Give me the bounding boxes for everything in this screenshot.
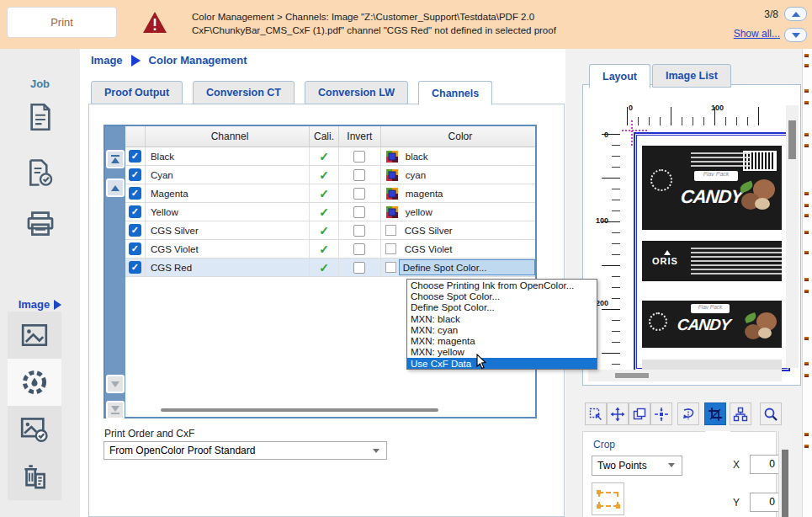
tab-image-list[interactable]: Image List: [652, 64, 731, 88]
channel-row[interactable]: ✓Magenta✓magenta: [125, 184, 535, 203]
color-name: cyan: [404, 170, 426, 180]
channel-name: Cyan: [146, 166, 310, 184]
chevron-down-icon: [373, 449, 379, 453]
crop-icon[interactable]: [704, 402, 726, 425]
move-row-to-top-button[interactable]: [106, 150, 125, 168]
tab-conversion-lw[interactable]: Conversion LW: [305, 81, 408, 104]
proof-page[interactable]: Flav Pack CANDY ORIS Flav Pack CANDY: [634, 132, 790, 371]
warning-marker-strip[interactable]: [802, 49, 812, 517]
channel-name: CGS Silver: [146, 221, 310, 239]
calibration-status-icon: ✓: [310, 184, 339, 202]
color-name: yellow: [404, 207, 433, 217]
color-name: CGS Silver: [403, 226, 453, 236]
show-all-link[interactable]: Show all...: [734, 28, 780, 40]
invert-checkbox[interactable]: [339, 203, 381, 221]
color-source-combobox[interactable]: Define Spot Color...: [399, 259, 535, 275]
channel-row[interactable]: ✓CGS Red✓Define Spot Color...: [125, 258, 535, 277]
channel-row[interactable]: ✓Cyan✓cyan: [125, 166, 535, 184]
crop-mark: [622, 130, 647, 131]
menu-item-choose-spot-color[interactable]: Choose Spot Color...: [407, 290, 597, 301]
channel-name: Yellow: [146, 203, 310, 221]
channel-enabled-checkbox[interactable]: ✓: [125, 147, 146, 165]
menu-item-mxn-yellow[interactable]: MXN: yellow: [407, 347, 597, 358]
tab-conversion-ct[interactable]: Conversion CT: [193, 81, 295, 104]
calibration-status-icon: ✓: [310, 240, 339, 258]
color-cell[interactable]: CGS Violet: [381, 240, 535, 258]
invert-checkbox[interactable]: [339, 221, 381, 239]
job-verify-icon[interactable]: [0, 158, 80, 187]
next-warning-button[interactable]: [784, 28, 807, 42]
pan-icon[interactable]: [607, 402, 629, 425]
application-window: Print Color Management > Channels: Image…: [0, 0, 812, 517]
move-row-down-button[interactable]: [106, 375, 125, 393]
color-cell[interactable]: CGS Silver: [381, 221, 535, 239]
crop-mode-select[interactable]: Two Points: [592, 456, 682, 476]
menu-item-use-cxf-data[interactable]: Use CxF Data: [407, 358, 597, 369]
tab-layout[interactable]: Layout: [589, 64, 650, 88]
print-button[interactable]: Print: [7, 7, 117, 38]
channel-enabled-checkbox[interactable]: ✓: [125, 203, 146, 221]
image-icon[interactable]: [8, 312, 61, 359]
menu-item-mxn-black[interactable]: MXN: black: [407, 313, 597, 324]
channel-enabled-checkbox[interactable]: ✓: [125, 221, 146, 239]
chevron-down-icon: [668, 463, 675, 467]
channel-enabled-checkbox[interactable]: ✓: [125, 258, 146, 276]
table-horizontal-scrollbar[interactable]: [161, 408, 438, 412]
channel-row[interactable]: ✓Black✓black: [125, 147, 535, 166]
fit-selection-icon[interactable]: [585, 402, 607, 425]
preview-vertical-scrollbar[interactable]: [786, 105, 799, 368]
print-job-icon[interactable]: [0, 211, 80, 237]
mirror-icon[interactable]: [677, 402, 699, 425]
move-row-up-button[interactable]: [106, 179, 125, 197]
crop-x-input[interactable]: 0: [750, 455, 780, 474]
color-cell[interactable]: magenta: [381, 184, 535, 202]
previous-warning-button[interactable]: [784, 7, 807, 21]
tree-view-icon[interactable]: [730, 402, 751, 425]
crop-y-label: Y: [733, 497, 740, 509]
section-arrow-icon: [54, 300, 61, 310]
process-color-swatch: [385, 168, 399, 182]
channel-row[interactable]: ✓Yellow✓yellow: [125, 203, 535, 221]
invert-checkbox[interactable]: [339, 184, 381, 202]
zoom-icon[interactable]: [760, 402, 782, 425]
header-invert: Invert: [339, 126, 381, 147]
menu-item-mxn-magenta[interactable]: MXN: magenta: [407, 335, 597, 346]
tab-channels[interactable]: Channels: [418, 81, 492, 105]
delete-image-icon[interactable]: [8, 453, 61, 500]
color-cell[interactable]: cyan: [381, 166, 535, 184]
image-verify-icon[interactable]: [8, 406, 61, 453]
crop-panel: Crop Two Points X 0 Y 0: [582, 431, 777, 517]
preview-horizontal-scrollbar[interactable]: [588, 370, 782, 381]
channel-name: Black: [146, 147, 310, 165]
channel-name: CGS Violet: [146, 240, 310, 258]
invert-checkbox[interactable]: [339, 258, 381, 276]
color-management-icon[interactable]: [8, 359, 61, 406]
center-icon[interactable]: [650, 402, 672, 425]
duplicate-icon[interactable]: [629, 402, 650, 425]
color-cell[interactable]: black: [381, 147, 535, 165]
menu-item-choose-printing-ink-from-opencolor[interactable]: Choose Printing Ink from OpenColor...: [407, 280, 597, 290]
channel-name: CGS Red: [146, 258, 310, 276]
job-document-icon[interactable]: [0, 103, 80, 131]
print-order-select[interactable]: From OpenColor Proof Standard: [103, 441, 387, 460]
right-panel-scrollbar[interactable]: [778, 431, 790, 517]
channel-row[interactable]: ✓CGS Silver✓CGS Silver: [125, 221, 535, 240]
invert-checkbox[interactable]: [339, 147, 381, 165]
breadcrumb-section[interactable]: Image: [91, 54, 123, 67]
breadcrumb: Image Color Management: [91, 54, 247, 67]
menu-item-mxn-cyan[interactable]: MXN: cyan: [407, 324, 597, 335]
tab-proof-output[interactable]: Proof Output: [91, 81, 183, 104]
menu-item-define-spot-color[interactable]: Define Spot Color...: [407, 302, 597, 313]
crop-preset-button[interactable]: [592, 482, 624, 515]
header-cali: Cali.: [310, 126, 339, 147]
channel-enabled-checkbox[interactable]: ✓: [125, 240, 146, 258]
crop-y-input[interactable]: 0: [750, 493, 780, 512]
color-cell[interactable]: yellow: [381, 203, 535, 221]
color-cell[interactable]: Define Spot Color...: [381, 258, 535, 276]
move-row-to-bottom-button[interactable]: [106, 401, 125, 419]
channel-enabled-checkbox[interactable]: ✓: [125, 166, 146, 184]
invert-checkbox[interactable]: [339, 166, 381, 184]
channel-enabled-checkbox[interactable]: ✓: [125, 184, 146, 202]
invert-checkbox[interactable]: [339, 240, 381, 258]
channel-row[interactable]: ✓CGS Violet✓CGS Violet: [125, 240, 535, 258]
